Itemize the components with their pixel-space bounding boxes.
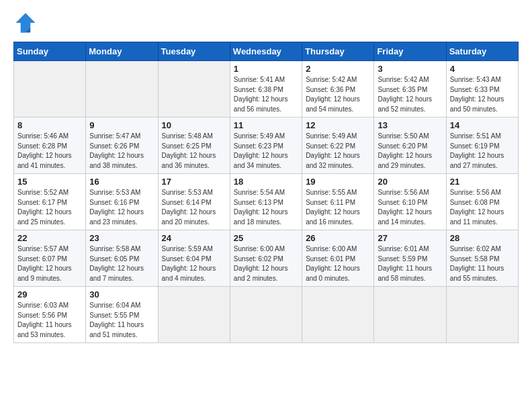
calendar-cell: 13Sunrise: 5:50 AMSunset: 6:20 PMDayligh… — [374, 118, 446, 174]
calendar-cell: 4Sunrise: 5:43 AMSunset: 6:33 PMDaylight… — [446, 61, 518, 118]
day-info: Sunrise: 5:49 AMSunset: 6:23 PMDaylight:… — [234, 132, 299, 171]
col-header-friday: Friday — [374, 42, 446, 61]
day-info: Sunrise: 5:56 AMSunset: 6:08 PMDaylight:… — [450, 188, 515, 227]
day-info: Sunrise: 5:42 AMSunset: 6:36 PMDaylight:… — [306, 75, 371, 114]
day-number: 8 — [17, 120, 83, 130]
calendar-cell: 25Sunrise: 6:00 AMSunset: 6:02 PMDayligh… — [230, 230, 302, 287]
svg-marker-1 — [16, 13, 36, 33]
calendar-cell — [158, 287, 230, 343]
col-header-saturday: Saturday — [446, 42, 518, 61]
calendar-cell: 8Sunrise: 5:46 AMSunset: 6:28 PMDaylight… — [14, 118, 86, 174]
day-number: 17 — [162, 177, 227, 187]
day-number: 9 — [89, 120, 154, 130]
calendar-cell: 24Sunrise: 5:59 AMSunset: 6:04 PMDayligh… — [158, 230, 230, 287]
day-number: 21 — [450, 177, 515, 187]
day-info: Sunrise: 5:42 AMSunset: 6:35 PMDaylight:… — [378, 75, 443, 114]
day-number: 1 — [234, 64, 299, 74]
day-number: 11 — [234, 120, 299, 130]
day-info: Sunrise: 5:53 AMSunset: 6:16 PMDaylight:… — [89, 188, 154, 227]
day-number: 23 — [89, 233, 154, 243]
day-info: Sunrise: 6:00 AMSunset: 6:02 PMDaylight:… — [234, 244, 299, 283]
day-number: 3 — [378, 64, 443, 74]
day-number: 4 — [450, 64, 515, 74]
calendar-cell: 1Sunrise: 5:41 AMSunset: 6:38 PMDaylight… — [230, 61, 302, 118]
day-info: Sunrise: 5:50 AMSunset: 6:20 PMDaylight:… — [378, 132, 443, 171]
calendar-cell: 11Sunrise: 5:49 AMSunset: 6:23 PMDayligh… — [230, 118, 302, 174]
day-info: Sunrise: 6:04 AMSunset: 5:55 PMDaylight:… — [89, 301, 154, 340]
calendar-cell: 17Sunrise: 5:53 AMSunset: 6:14 PMDayligh… — [158, 174, 230, 230]
calendar-cell: 14Sunrise: 5:51 AMSunset: 6:19 PMDayligh… — [446, 118, 518, 174]
calendar-cell — [374, 287, 446, 343]
calendar-cell: 21Sunrise: 5:56 AMSunset: 6:08 PMDayligh… — [446, 174, 518, 230]
day-number: 29 — [17, 289, 83, 300]
calendar-cell: 30Sunrise: 6:04 AMSunset: 5:55 PMDayligh… — [86, 287, 158, 343]
day-number: 20 — [378, 177, 443, 187]
col-header-thursday: Thursday — [302, 42, 374, 61]
day-info: Sunrise: 5:55 AMSunset: 6:11 PMDaylight:… — [306, 188, 371, 227]
day-number: 28 — [450, 233, 515, 243]
day-number: 18 — [234, 177, 299, 187]
day-number: 2 — [306, 64, 371, 74]
day-number: 15 — [17, 177, 83, 187]
day-info: Sunrise: 5:57 AMSunset: 6:07 PMDaylight:… — [17, 244, 83, 283]
calendar-cell: 2Sunrise: 5:42 AMSunset: 6:36 PMDaylight… — [302, 61, 374, 118]
col-header-sunday: Sunday — [14, 42, 86, 61]
calendar-cell: 23Sunrise: 5:58 AMSunset: 6:05 PMDayligh… — [86, 230, 158, 287]
day-info: Sunrise: 5:56 AMSunset: 6:10 PMDaylight:… — [378, 188, 443, 227]
col-header-wednesday: Wednesday — [230, 42, 302, 61]
day-info: Sunrise: 6:00 AMSunset: 6:01 PMDaylight:… — [306, 244, 371, 283]
calendar-cell: 18Sunrise: 5:54 AMSunset: 6:13 PMDayligh… — [230, 174, 302, 230]
day-info: Sunrise: 5:59 AMSunset: 6:04 PMDaylight:… — [162, 244, 227, 283]
day-number: 10 — [162, 120, 227, 130]
day-info: Sunrise: 5:43 AMSunset: 6:33 PMDaylight:… — [450, 75, 515, 114]
day-info: Sunrise: 5:48 AMSunset: 6:25 PMDaylight:… — [162, 132, 227, 171]
calendar-cell: 16Sunrise: 5:53 AMSunset: 6:16 PMDayligh… — [86, 174, 158, 230]
day-number: 19 — [306, 177, 371, 187]
logo — [13, 11, 42, 35]
day-number: 24 — [162, 233, 227, 243]
day-number: 12 — [306, 120, 371, 130]
calendar-cell — [230, 287, 302, 343]
calendar-cell: 3Sunrise: 5:42 AMSunset: 6:35 PMDaylight… — [374, 61, 446, 118]
calendar-cell: 9Sunrise: 5:47 AMSunset: 6:26 PMDaylight… — [86, 118, 158, 174]
calendar-table: SundayMondayTuesdayWednesdayThursdayFrid… — [13, 42, 519, 343]
calendar-cell — [302, 287, 374, 343]
day-number: 16 — [89, 177, 154, 187]
calendar-cell: 20Sunrise: 5:56 AMSunset: 6:10 PMDayligh… — [374, 174, 446, 230]
calendar-cell: 27Sunrise: 6:01 AMSunset: 5:59 PMDayligh… — [374, 230, 446, 287]
calendar-cell: 22Sunrise: 5:57 AMSunset: 6:07 PMDayligh… — [14, 230, 86, 287]
col-header-monday: Monday — [86, 42, 158, 61]
day-number: 26 — [306, 233, 371, 243]
calendar-cell: 29Sunrise: 6:03 AMSunset: 5:56 PMDayligh… — [14, 287, 86, 343]
day-number: 27 — [378, 233, 443, 243]
calendar-cell: 15Sunrise: 5:52 AMSunset: 6:17 PMDayligh… — [14, 174, 86, 230]
day-info: Sunrise: 6:02 AMSunset: 5:58 PMDaylight:… — [450, 244, 515, 283]
calendar-cell: 26Sunrise: 6:00 AMSunset: 6:01 PMDayligh… — [302, 230, 374, 287]
calendar-cell — [158, 61, 230, 118]
day-number: 25 — [234, 233, 299, 243]
day-info: Sunrise: 5:41 AMSunset: 6:38 PMDaylight:… — [234, 75, 299, 114]
logo-icon — [13, 11, 38, 35]
day-number: 30 — [89, 289, 154, 300]
calendar-cell — [446, 287, 518, 343]
day-info: Sunrise: 5:58 AMSunset: 6:05 PMDaylight:… — [89, 244, 154, 283]
header — [13, 11, 519, 35]
calendar-cell: 12Sunrise: 5:49 AMSunset: 6:22 PMDayligh… — [302, 118, 374, 174]
calendar-cell — [86, 61, 158, 118]
calendar-cell — [14, 61, 86, 118]
calendar-cell: 19Sunrise: 5:55 AMSunset: 6:11 PMDayligh… — [302, 174, 374, 230]
calendar-cell: 28Sunrise: 6:02 AMSunset: 5:58 PMDayligh… — [446, 230, 518, 287]
day-info: Sunrise: 5:47 AMSunset: 6:26 PMDaylight:… — [89, 132, 154, 171]
day-number: 13 — [378, 120, 443, 130]
page: SundayMondayTuesdayWednesdayThursdayFrid… — [0, 0, 532, 350]
col-header-tuesday: Tuesday — [158, 42, 230, 61]
day-info: Sunrise: 5:51 AMSunset: 6:19 PMDaylight:… — [450, 132, 515, 171]
day-info: Sunrise: 6:03 AMSunset: 5:56 PMDaylight:… — [17, 301, 83, 340]
day-info: Sunrise: 5:53 AMSunset: 6:14 PMDaylight:… — [162, 188, 227, 227]
day-info: Sunrise: 6:01 AMSunset: 5:59 PMDaylight:… — [378, 244, 443, 283]
calendar-cell: 10Sunrise: 5:48 AMSunset: 6:25 PMDayligh… — [158, 118, 230, 174]
day-info: Sunrise: 5:52 AMSunset: 6:17 PMDaylight:… — [17, 188, 83, 227]
day-info: Sunrise: 5:54 AMSunset: 6:13 PMDaylight:… — [234, 188, 299, 227]
day-number: 14 — [450, 120, 515, 130]
day-info: Sunrise: 5:46 AMSunset: 6:28 PMDaylight:… — [17, 132, 83, 171]
